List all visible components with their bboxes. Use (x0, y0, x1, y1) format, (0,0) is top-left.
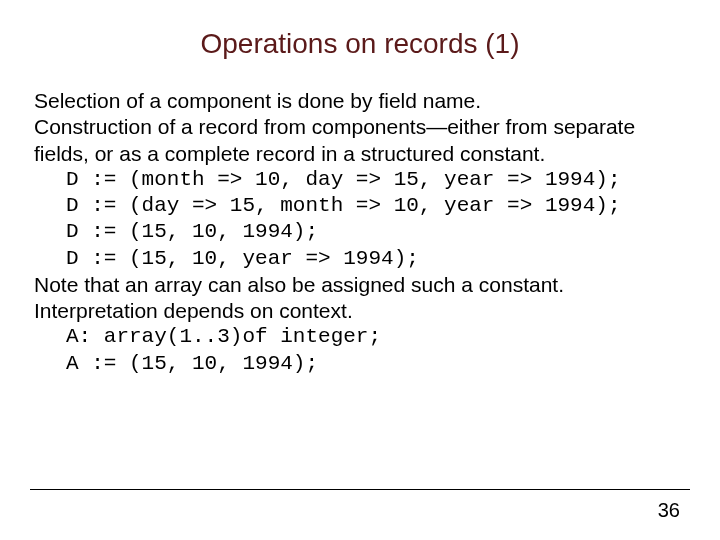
slide-body: Selection of a component is done by fiel… (34, 88, 686, 377)
code-line-4: D := (15, 10, year => 1994); (66, 246, 686, 272)
code-line-2: D := (day => 15, month => 10, year => 19… (66, 193, 686, 219)
slide: Operations on records (1) Selection of a… (0, 0, 720, 540)
code-line-1: D := (month => 10, day => 15, year => 19… (66, 167, 686, 193)
paragraph-construction: Construction of a record from components… (34, 114, 686, 167)
divider (30, 489, 690, 490)
paragraph-note: Note that an array can also be assigned … (34, 272, 686, 325)
code-line-array-decl: A: array(1..3)of integer; (66, 324, 686, 350)
slide-title: Operations on records (1) (34, 28, 686, 60)
code-line-array-assign: A := (15, 10, 1994); (66, 351, 686, 377)
code-line-3: D := (15, 10, 1994); (66, 219, 686, 245)
paragraph-selection: Selection of a component is done by fiel… (34, 88, 686, 114)
page-number: 36 (658, 499, 680, 522)
